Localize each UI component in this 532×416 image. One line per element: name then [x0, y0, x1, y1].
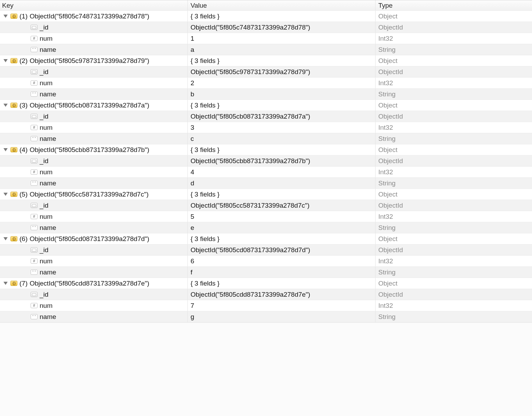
int32-icon: [31, 80, 38, 86]
value-cell[interactable]: a: [188, 44, 376, 55]
value-cell[interactable]: { 3 fields }: [188, 100, 376, 111]
key-cell[interactable]: (4) ObjectId("5f805cbb873173399a278d7b"): [0, 144, 188, 155]
type-cell: Int32: [376, 256, 532, 266]
disclosure-triangle-icon[interactable]: [3, 237, 8, 240]
disclosure-triangle-icon[interactable]: [3, 59, 8, 62]
field-name: name: [40, 224, 56, 232]
key-cell[interactable]: _id: [0, 289, 188, 300]
key-cell[interactable]: _id: [0, 155, 188, 166]
key-cell[interactable]: (2) ObjectId("5f805c97873173399a278d79"): [0, 55, 188, 66]
value-cell[interactable]: 1: [188, 33, 376, 44]
value-cell[interactable]: ObjectId("5f805c97873173399a278d79"): [188, 66, 376, 77]
key-cell[interactable]: num: [0, 167, 188, 177]
type-cell: String: [376, 44, 532, 55]
table-row[interactable]: (3) ObjectId("5f805cb0873173399a278d7a")…: [0, 100, 532, 111]
key-cell[interactable]: (1) ObjectId("5f805c74873173399a278d78"): [0, 11, 188, 22]
value-cell[interactable]: 5: [188, 211, 376, 222]
disclosure-triangle-icon[interactable]: [3, 15, 8, 18]
disclosure-triangle-icon[interactable]: [3, 104, 8, 107]
value-cell[interactable]: d: [188, 178, 376, 189]
key-cell[interactable]: num: [0, 211, 188, 222]
table-row[interactable]: _idObjectId("5f805cbb873173399a278d7b")O…: [0, 155, 532, 167]
table-row[interactable]: nameeString: [0, 222, 532, 233]
value-cell[interactable]: ObjectId("5f805cdd873173399a278d7e"): [188, 289, 376, 300]
value-cell[interactable]: b: [188, 89, 376, 99]
key-cell[interactable]: _id: [0, 200, 188, 211]
table-row[interactable]: num4Int32: [0, 167, 532, 178]
column-header-type[interactable]: Type: [376, 0, 532, 10]
key-cell[interactable]: (5) ObjectId("5f805cc5873173399a278d7c"): [0, 189, 188, 200]
table-row[interactable]: _idObjectId("5f805cd0873173399a278d7d")O…: [0, 245, 532, 256]
table-row[interactable]: namedString: [0, 178, 532, 189]
value-cell[interactable]: c: [188, 133, 376, 144]
value-cell[interactable]: { 3 fields }: [188, 55, 376, 66]
value-cell[interactable]: ObjectId("5f805c74873173399a278d78"): [188, 22, 376, 33]
key-cell[interactable]: num: [0, 300, 188, 311]
key-cell[interactable]: name: [0, 311, 188, 322]
key-cell[interactable]: (7) ObjectId("5f805cdd873173399a278d7e"): [0, 278, 188, 289]
table-row[interactable]: num1Int32: [0, 33, 532, 44]
key-cell[interactable]: (3) ObjectId("5f805cb0873173399a278d7a"): [0, 100, 188, 111]
disclosure-triangle-icon[interactable]: [3, 148, 8, 151]
key-cell[interactable]: _id: [0, 22, 188, 33]
key-cell[interactable]: num: [0, 122, 188, 133]
key-cell[interactable]: name: [0, 267, 188, 278]
table-row[interactable]: _idObjectId("5f805c74873173399a278d78")O…: [0, 22, 532, 33]
table-row[interactable]: num7Int32: [0, 300, 532, 311]
value-cell[interactable]: 2: [188, 78, 376, 88]
table-row[interactable]: namecString: [0, 133, 532, 144]
key-cell[interactable]: name: [0, 89, 188, 99]
key-cell[interactable]: name: [0, 178, 188, 189]
value-cell[interactable]: 4: [188, 167, 376, 177]
table-row[interactable]: namebString: [0, 89, 532, 100]
column-header-value[interactable]: Value: [188, 0, 376, 10]
table-row[interactable]: _idObjectId("5f805cc5873173399a278d7c")O…: [0, 200, 532, 211]
key-cell[interactable]: name: [0, 222, 188, 233]
value-cell[interactable]: { 3 fields }: [188, 278, 376, 289]
disclosure-triangle-icon[interactable]: [3, 282, 8, 285]
key-cell[interactable]: num: [0, 78, 188, 88]
table-row[interactable]: num6Int32: [0, 256, 532, 267]
table-row[interactable]: num3Int32: [0, 122, 532, 133]
table-row[interactable]: _idObjectId("5f805cdd873173399a278d7e")O…: [0, 289, 532, 300]
value-cell[interactable]: { 3 fields }: [188, 11, 376, 22]
value-cell[interactable]: { 3 fields }: [188, 233, 376, 244]
table-row[interactable]: namefString: [0, 267, 532, 278]
field-name: num: [40, 124, 53, 131]
table-row[interactable]: (6) ObjectId("5f805cd0873173399a278d7d")…: [0, 233, 532, 245]
value-cell[interactable]: ObjectId("5f805cd0873173399a278d7d"): [188, 245, 376, 255]
string-icon: [31, 181, 38, 186]
key-cell[interactable]: _id: [0, 66, 188, 77]
value-cell[interactable]: 7: [188, 300, 376, 311]
value-cell[interactable]: f: [188, 267, 376, 278]
disclosure-triangle-icon[interactable]: [3, 193, 8, 196]
value-cell[interactable]: ObjectId("5f805cb0873173399a278d7a"): [188, 111, 376, 122]
table-row[interactable]: num5Int32: [0, 211, 532, 222]
table-row[interactable]: (2) ObjectId("5f805c97873173399a278d79")…: [0, 55, 532, 66]
table-row[interactable]: (7) ObjectId("5f805cdd873173399a278d7e")…: [0, 278, 532, 289]
table-row[interactable]: _idObjectId("5f805c97873173399a278d79")O…: [0, 66, 532, 78]
table-row[interactable]: _idObjectId("5f805cb0873173399a278d7a")O…: [0, 111, 532, 122]
key-cell[interactable]: name: [0, 44, 188, 55]
key-cell[interactable]: num: [0, 33, 188, 44]
value-cell[interactable]: e: [188, 222, 376, 233]
key-cell[interactable]: name: [0, 133, 188, 144]
table-row[interactable]: (5) ObjectId("5f805cc5873173399a278d7c")…: [0, 189, 532, 200]
value-cell[interactable]: 6: [188, 256, 376, 266]
value-cell[interactable]: { 3 fields }: [188, 189, 376, 200]
value-cell[interactable]: { 3 fields }: [188, 144, 376, 155]
key-cell[interactable]: num: [0, 256, 188, 266]
value-cell[interactable]: 3: [188, 122, 376, 133]
value-cell[interactable]: g: [188, 311, 376, 322]
column-header-key[interactable]: Key: [0, 0, 188, 10]
table-row[interactable]: num2Int32: [0, 78, 532, 89]
table-row[interactable]: (1) ObjectId("5f805c74873173399a278d78")…: [0, 11, 532, 22]
key-cell[interactable]: (6) ObjectId("5f805cd0873173399a278d7d"): [0, 233, 188, 244]
key-cell[interactable]: _id: [0, 245, 188, 255]
key-cell[interactable]: _id: [0, 111, 188, 122]
table-row[interactable]: (4) ObjectId("5f805cbb873173399a278d7b")…: [0, 144, 532, 155]
value-cell[interactable]: ObjectId("5f805cbb873173399a278d7b"): [188, 155, 376, 166]
value-cell[interactable]: ObjectId("5f805cc5873173399a278d7c"): [188, 200, 376, 211]
table-row[interactable]: nameaString: [0, 44, 532, 55]
table-row[interactable]: namegString: [0, 311, 532, 322]
